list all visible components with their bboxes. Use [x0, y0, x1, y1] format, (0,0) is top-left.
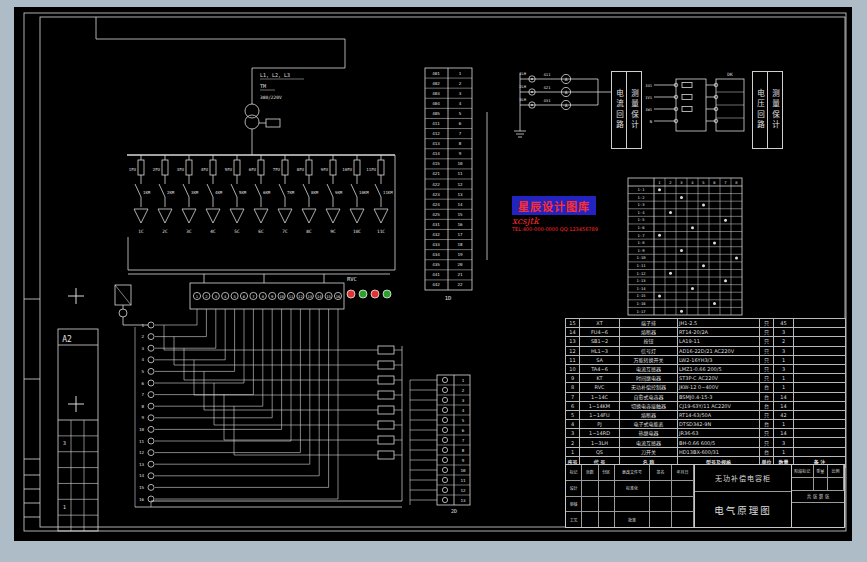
cell — [794, 355, 846, 364]
phase-label: L1, L2, L3 — [260, 72, 290, 78]
capacitor-label: 3C — [186, 229, 192, 234]
terminal-circle — [148, 473, 154, 479]
bom-row: 12HL1~3信号灯AD16-22D/21 AC220V只3 — [566, 346, 846, 355]
cell: 14 — [774, 401, 794, 410]
cell: 1~14RD — [580, 429, 620, 438]
fuse-symbol — [682, 95, 692, 100]
fuse-label: 9FU — [321, 167, 329, 172]
wire-number: 421 — [544, 85, 552, 90]
cell — [792, 502, 844, 527]
terminal-circle — [148, 438, 154, 444]
cell: 4 — [566, 420, 580, 429]
titleblock-row: 标记处数分区更改文件号签名年月日 — [566, 465, 694, 480]
cell: 6 — [566, 401, 580, 410]
cell: 处数 — [582, 465, 598, 480]
matrix-row-label: 1-8 — [638, 240, 646, 245]
capacitor-label: 6C — [258, 229, 264, 234]
wire-label: N — [650, 119, 653, 124]
capacitor-label: 2C — [162, 229, 168, 234]
capacitor-label: 5C — [234, 229, 240, 234]
controller-label: RVC — [347, 276, 357, 282]
fuse-label: 5FU — [225, 167, 233, 172]
cell: 1 — [774, 420, 794, 429]
terminal-number: 12 — [139, 450, 145, 455]
terminal-number: 14 — [457, 202, 463, 207]
fuse-symbol — [682, 107, 692, 112]
product-name: 无功补偿电容柜 — [695, 465, 791, 492]
terminal-number: 12 — [460, 488, 466, 493]
cell: 1~14C — [580, 392, 620, 401]
terminal-circle — [442, 487, 447, 492]
terminal-circle — [442, 417, 447, 422]
cell: 1~3LH — [580, 438, 620, 447]
titleblock-row: 设计标准化 — [566, 480, 694, 496]
controller-terminal-number: 1 — [196, 294, 199, 299]
title-block-names: 无功补偿电容柜 电气原理图 — [695, 465, 792, 527]
cell: 台 — [760, 392, 774, 401]
matrix-mark — [680, 249, 683, 252]
matrix-mark — [735, 257, 738, 260]
wire-number: 423 — [432, 192, 440, 197]
cell: 电流互感器 — [620, 364, 678, 373]
cell: TA4~6 — [580, 364, 620, 373]
cell: 只 — [760, 374, 774, 383]
bom-row: 10TA4~6电流互感器LMZ1-0.66 200/5只3 — [566, 364, 846, 373]
cell: 只 — [760, 438, 774, 447]
transformer-label: TM — [260, 83, 266, 89]
cell: 阶段标记 — [792, 465, 814, 477]
terminal-number: 20 — [457, 262, 463, 267]
cell: 更改文件号 — [615, 465, 650, 480]
terminal-circle — [148, 357, 154, 363]
terminal-number: 2 — [141, 334, 144, 339]
matrix-mark — [724, 279, 727, 282]
terminal-circle — [442, 397, 447, 402]
cell — [599, 512, 615, 527]
terminal-circle — [148, 426, 154, 432]
cell — [582, 512, 598, 527]
terminal-number: 10 — [460, 468, 466, 473]
cell: 只 — [760, 328, 774, 337]
terminal-circle — [442, 437, 447, 442]
terminal-number: 5 — [141, 369, 144, 374]
capacitor-label: 4C — [210, 229, 216, 234]
matrix-row-label: 1-6 — [638, 225, 646, 230]
wire-number: 435 — [432, 262, 440, 267]
indicator-led — [371, 290, 379, 298]
cell: 年月日 — [672, 465, 694, 480]
capacitor-symbol — [374, 209, 388, 223]
wire-number: 421 — [432, 171, 440, 176]
fuse-symbol — [282, 160, 288, 175]
cell: 3 — [774, 328, 794, 337]
cell — [672, 481, 694, 496]
cell: PJ — [580, 420, 620, 429]
terminal-number: 13 — [139, 462, 145, 467]
cell: 标准化 — [615, 481, 650, 496]
cell: LMZ1-0.66 200/5 — [678, 364, 760, 373]
drawing-canvas[interactable]: A231L1, L2, L3TM380/220V1FU1KM1C2FU2KM2C… — [14, 7, 852, 541]
cell: 只 — [760, 429, 774, 438]
terminal-circle — [442, 427, 447, 432]
ct-dot — [531, 91, 533, 93]
cell: 台 — [760, 383, 774, 392]
cell: 切换电容接触器 — [620, 401, 678, 410]
wire-number: 434 — [432, 252, 440, 257]
controller-terminal-number: 12 — [298, 294, 303, 299]
fuse-symbol — [234, 160, 240, 175]
cell — [794, 420, 846, 429]
cell: 设计 — [566, 481, 582, 496]
wire-number: 441 — [432, 272, 440, 277]
matrix-row-label: 1-17 — [636, 309, 645, 314]
terminal-number: 8 — [462, 448, 465, 453]
capacitor-symbol — [326, 209, 340, 223]
contactor-symbol — [351, 184, 357, 197]
cell: 1 — [774, 447, 794, 456]
cell: 无功补偿控制器 — [620, 383, 678, 392]
matrix-row-label: 1-11 — [636, 263, 646, 268]
controller-terminal-number: 16 — [336, 294, 341, 299]
cell: 只 — [760, 319, 774, 328]
terminal-circle — [442, 377, 447, 382]
cell: JKW-12 0~400V — [678, 383, 760, 392]
matrix-row-label: 1-16 — [636, 301, 646, 306]
terminal-number: 15 — [457, 212, 463, 217]
cell: 1 — [774, 355, 794, 364]
